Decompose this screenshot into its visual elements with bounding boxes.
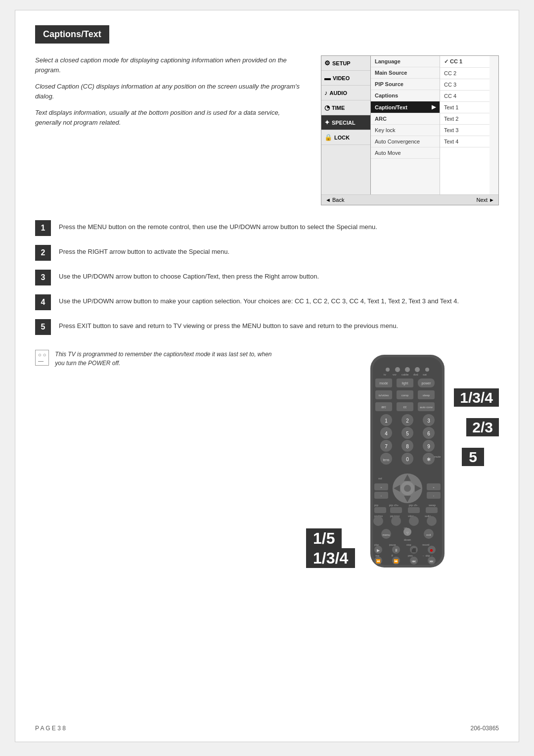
svg-rect-79 [426, 507, 438, 513]
step-number-2: 2 [35, 245, 51, 261]
svg-text:exit: exit [426, 533, 431, 536]
submenu-text4[interactable]: Text 4 [440, 136, 490, 147]
svg-text:mute: mute [434, 455, 441, 458]
sidebar-label-setup: SETUP [332, 60, 351, 66]
svg-text:prev: prev [408, 554, 413, 557]
callout-label-right-top: 1/3/4 [454, 388, 499, 407]
svg-text:record: record [422, 543, 429, 546]
sidebar-item-setup[interactable]: ⚙ SETUP [321, 56, 370, 71]
svg-point-6 [425, 368, 429, 372]
submenu-cc3[interactable]: CC 3 [440, 79, 490, 91]
nav-next[interactable]: Next ► [476, 197, 494, 203]
callout-label-1-5: 1/5 [306, 528, 342, 548]
svg-text:arc: arc [381, 405, 386, 409]
setup-icon: ⚙ [324, 59, 330, 67]
page: Captions/Text Select a closed caption mo… [15, 10, 519, 742]
bottom-section: ○ ○— This TV is programmed to remember t… [35, 350, 499, 587]
submenu-cc1[interactable]: ✓ CC 1 [440, 56, 490, 68]
menu-panel: ⚙ SETUP ▬ VIDEO ♪ AUDIO ◔ TIME [321, 55, 499, 205]
svg-text:mode: mode [379, 381, 388, 385]
step-number-4: 4 [35, 294, 51, 310]
svg-point-4 [405, 367, 410, 372]
menu-item-main-source[interactable]: Main Source [371, 67, 440, 79]
svg-point-86 [409, 516, 419, 526]
svg-text:✱: ✱ [427, 457, 431, 462]
menu-item-arc[interactable]: ARC [371, 113, 440, 125]
svg-text:⏸: ⏸ [394, 548, 398, 553]
callout-5: 5 [462, 449, 484, 466]
menu-item-auto-convergence[interactable]: Auto Convergence [371, 136, 440, 147]
svg-text:⏪: ⏪ [376, 559, 381, 564]
svg-text:auto conv: auto conv [420, 406, 433, 409]
callout-1-3-4-left: 1/3/4 [306, 549, 355, 567]
submenu-text1[interactable]: Text 1 [440, 102, 490, 113]
submenu-cc2[interactable]: CC 2 [440, 68, 490, 79]
step-4: 4 Use the UP/DOWN arrow button to make y… [35, 294, 499, 310]
svg-text:down: down [404, 538, 411, 541]
menu-item-key-lock[interactable]: Key lock [371, 125, 440, 136]
svg-rect-77 [390, 507, 402, 513]
step-5: 5 Press EXIT button to save and return t… [35, 319, 499, 335]
step-3: 3 Use the UP/DOWN arrow button to choose… [35, 270, 499, 285]
svg-point-2 [386, 368, 390, 372]
svg-text:cable: cable [401, 373, 409, 376]
svg-text:9: 9 [427, 444, 430, 449]
svg-text:tv: tv [384, 373, 386, 376]
svg-point-5 [415, 367, 420, 372]
menu-item-auto-move[interactable]: Auto Move [371, 147, 440, 159]
svg-text:▶: ▶ [377, 548, 380, 553]
sidebar-item-video[interactable]: ▬ VIDEO [321, 71, 370, 86]
step-number-5: 5 [35, 319, 51, 335]
remote-svg: tv vcr cable dvd sat mode light power [360, 350, 454, 577]
desc-para2: Closed Caption (CC) displays information… [35, 82, 306, 101]
svg-text:pip ch+: pip ch+ [389, 504, 399, 507]
svg-text:⏺: ⏺ [430, 548, 434, 553]
sidebar-label-audio: AUDIO [330, 90, 347, 96]
sidebar-item-special[interactable]: ✦ SPECIAL [321, 115, 370, 130]
svg-text:tens: tens [383, 458, 390, 462]
submenu-text3[interactable]: Text 3 [440, 125, 490, 136]
desc-para3: Text displays information, usually at th… [35, 108, 306, 127]
remote-area: 1/5 1/3/4 [291, 350, 499, 587]
menu-item-caption-text[interactable]: Caption/Text ▶ [371, 101, 440, 113]
svg-text:7: 7 [385, 444, 388, 449]
menu-item-captions[interactable]: Captions [371, 90, 440, 101]
svg-text:▽: ▽ [406, 531, 409, 534]
svg-rect-76 [374, 507, 386, 513]
svg-text:0: 0 [406, 457, 409, 462]
svg-text:stop: stop [406, 543, 411, 546]
svg-text:6: 6 [427, 431, 430, 436]
svg-text:dvd: dvd [413, 373, 418, 376]
special-icon: ✦ [324, 119, 330, 126]
menu-item-language[interactable]: Language [371, 56, 440, 67]
svg-point-87 [427, 516, 437, 526]
svg-text:comp: comp [401, 394, 409, 397]
page-number: P A G E 3 8 [35, 725, 66, 732]
nav-back[interactable]: ◄ Back [325, 197, 344, 203]
caption-text-label: Caption/Text [375, 104, 407, 110]
time-icon: ◔ [324, 104, 330, 111]
lock-icon: 🔒 [324, 134, 332, 141]
menu-sidebar: ⚙ SETUP ▬ VIDEO ♪ AUDIO ◔ TIME [321, 56, 371, 194]
doc-number: 206-03865 [471, 725, 499, 732]
step-text-1: Press the MENU button on the remote cont… [59, 220, 377, 232]
sidebar-item-lock[interactable]: 🔒 LOCK [321, 130, 370, 145]
svg-text:tv/video: tv/video [379, 394, 389, 397]
sidebar-item-time[interactable]: ◔ TIME [321, 100, 370, 115]
callout-1-5: 1/5 [306, 529, 342, 548]
svg-text:sat: sat [423, 373, 427, 376]
note-area: ○ ○— This TV is programmed to remember t… [35, 350, 276, 587]
svg-text:cc: cc [403, 405, 407, 409]
svg-text:1: 1 [385, 418, 388, 424]
submenu-text2[interactable]: Text 2 [440, 113, 490, 125]
steps-section: 1 Press the MENU button on the remote co… [35, 220, 499, 335]
svg-text:power: power [421, 381, 431, 385]
submenu-cc4[interactable]: CC 4 [440, 91, 490, 102]
sidebar-item-audio[interactable]: ♪ AUDIO [321, 86, 370, 100]
svg-text:pause: pause [389, 543, 396, 546]
menu-item-pip-source[interactable]: PIP Source [371, 79, 440, 90]
remote-control: tv vcr cable dvd sat mode light power [360, 350, 454, 579]
svg-text:⏭: ⏭ [430, 559, 434, 564]
svg-text:pip ch-: pip ch- [409, 504, 418, 507]
step-number-3: 3 [35, 270, 51, 285]
